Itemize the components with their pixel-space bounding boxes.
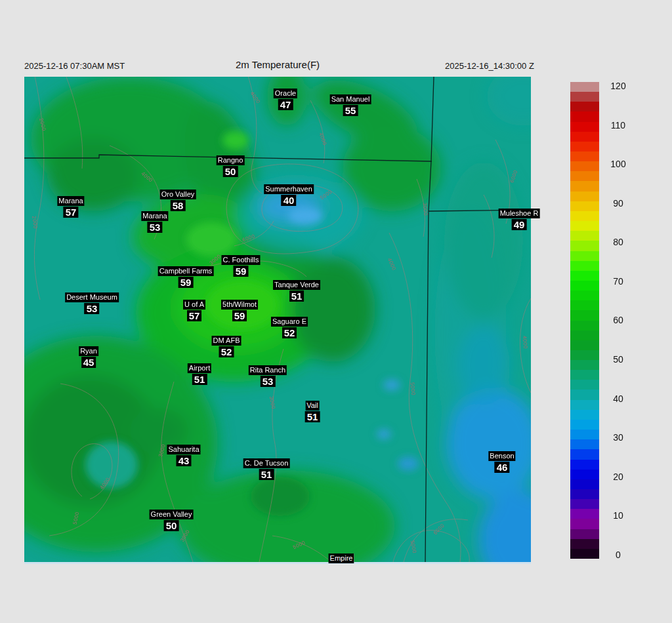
colorbar-tick: 100 <box>607 159 629 169</box>
station-label: Saguaro E52 <box>271 317 308 338</box>
station-value: 50 <box>223 166 238 177</box>
station-name: 5th/Wilmot <box>221 300 258 310</box>
station-name: Desert Museum <box>65 292 119 302</box>
station-label: Summerhaven40 <box>264 184 314 206</box>
station-label: Marana57 <box>57 196 84 218</box>
station-value: 52 <box>282 327 297 338</box>
colorbar-tick: 120 <box>607 81 629 91</box>
contour-elevation-label: 4000 <box>522 336 529 350</box>
station-value: 51 <box>305 411 320 422</box>
station-value: 59 <box>178 277 194 288</box>
colorbar-tick: 110 <box>607 120 629 131</box>
station-name: Ryan <box>79 346 98 356</box>
colorbar-tick: 70 <box>607 276 629 287</box>
colorbar-tick: 0 <box>607 550 629 560</box>
station-label: C. De Tucson51 <box>243 458 290 480</box>
station-label: 5th/Wilmot59 <box>221 300 258 321</box>
page-title: 2m Temperature(F) <box>236 59 320 70</box>
station-name: Rita Ranch <box>249 365 287 375</box>
temperature-field-map: 2000200040004000400030005000500060004000… <box>24 77 531 562</box>
colorbar-tick: 10 <box>607 510 629 521</box>
station-name: Vail <box>305 401 320 411</box>
station-name: Benson <box>488 451 515 461</box>
station-value: 51 <box>289 291 304 302</box>
station-value: 53 <box>148 222 163 233</box>
station-value: 40 <box>282 195 297 206</box>
station-label: DM AFB52 <box>212 336 242 357</box>
timestamp-local: 2025-12-16 07:30AM MST <box>24 61 125 71</box>
station-label: Marana53 <box>141 211 168 233</box>
station-value: 53 <box>85 303 100 314</box>
station-name: Marana <box>141 211 168 221</box>
station-name: Campbell Farms <box>158 266 214 276</box>
station-value: 46 <box>495 462 510 473</box>
station-value: 51 <box>259 469 274 480</box>
station-label: Campbell Farms59 <box>158 266 214 288</box>
colorbar-tick: 80 <box>607 237 629 247</box>
station-name: Green Valley <box>150 510 194 519</box>
temperature-colorbar <box>570 82 599 559</box>
colorbar-tick: 20 <box>607 472 629 482</box>
station-label: Tanque Verde51 <box>273 280 320 302</box>
station-label: U of A57 <box>183 300 205 321</box>
station-label: Oracle47 <box>274 89 297 110</box>
colorbar-tick: 40 <box>607 393 629 404</box>
station-label: Ryan45 <box>79 346 98 368</box>
station-value: 53 <box>261 376 276 387</box>
station-name: Rangno <box>217 155 245 165</box>
station-name: Airport <box>188 363 211 373</box>
station-label: Empire <box>329 553 354 563</box>
station-value: 45 <box>81 357 96 368</box>
station-name: Tanque Verde <box>273 280 320 290</box>
station-name: U of A <box>183 300 205 310</box>
contour-elevation-label: 3000 <box>422 203 429 216</box>
station-label: Rangno50 <box>217 155 245 177</box>
station-value: 59 <box>234 266 249 277</box>
station-name: Oro Valley <box>160 190 196 199</box>
station-label: Vail51 <box>305 401 320 422</box>
station-value: 59 <box>232 310 247 321</box>
station-name: C. Foothills <box>221 255 260 265</box>
station-name: Oracle <box>274 89 297 98</box>
station-value: 51 <box>192 374 207 385</box>
station-name: C. De Tucson <box>243 458 290 468</box>
station-name: Empire <box>329 553 354 563</box>
station-name: Saguaro E <box>271 317 308 327</box>
station-label: Desert Museum53 <box>65 292 119 314</box>
station-label: Muleshoe R49 <box>499 209 540 230</box>
contour-elevation-label: 5000 <box>410 382 417 396</box>
station-name: Summerhaven <box>264 184 314 194</box>
station-label: Oro Valley58 <box>160 190 196 211</box>
station-name: DM AFB <box>212 336 242 346</box>
station-value: 52 <box>219 346 234 357</box>
colorbar-tick: 50 <box>607 354 629 365</box>
station-value: 57 <box>64 207 79 218</box>
station-label: San Manuel55 <box>330 94 371 116</box>
timestamp-utc: 2025-12-16_14:30:00 Z <box>445 61 534 71</box>
station-label: Airport51 <box>188 363 211 385</box>
map-bottom-edge <box>24 562 531 564</box>
station-value: 50 <box>164 520 179 531</box>
station-label: Sahuarita43 <box>167 445 200 466</box>
colorbar-tick: 60 <box>607 315 629 325</box>
station-value: 55 <box>343 105 358 116</box>
station-value: 43 <box>177 455 192 466</box>
station-name: San Manuel <box>330 94 371 104</box>
station-value: 57 <box>187 310 202 321</box>
station-value: 49 <box>512 219 527 230</box>
station-label: Benson46 <box>488 451 515 473</box>
colorbar-tick: 30 <box>607 432 629 443</box>
weather-map-page: { "header": { "left_timestamp": "2025-12… <box>0 0 672 623</box>
station-label: Rita Ranch53 <box>249 365 287 387</box>
station-name: Muleshoe R <box>499 209 540 218</box>
station-label: Green Valley50 <box>150 510 194 531</box>
colorbar-tick: 90 <box>607 198 629 209</box>
station-value: 47 <box>278 99 293 110</box>
station-name: Sahuarita <box>167 445 200 454</box>
station-label: C. Foothills59 <box>221 255 260 277</box>
station-name: Marana <box>57 196 84 206</box>
station-value: 58 <box>171 200 186 211</box>
